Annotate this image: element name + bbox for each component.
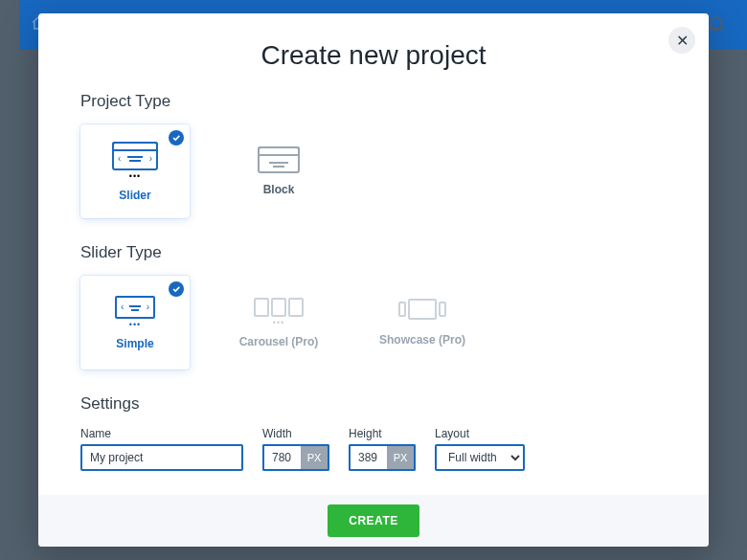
- notification-bell-icon[interactable]: [707, 13, 726, 36]
- height-input[interactable]: [349, 444, 387, 471]
- project-type-block[interactable]: Block: [224, 124, 333, 218]
- create-button[interactable]: CREATE: [328, 504, 419, 537]
- settings-row: Name Width PX Height PX Layout: [80, 427, 667, 471]
- width-unit[interactable]: PX: [301, 444, 329, 471]
- slider-type-heading: Slider Type: [80, 243, 667, 262]
- layout-select[interactable]: Full width: [435, 444, 525, 471]
- width-field: Width PX: [262, 427, 329, 471]
- width-input[interactable]: [262, 444, 301, 471]
- layout-label: Layout: [435, 427, 525, 440]
- block-icon: [258, 146, 300, 173]
- name-field: Name: [80, 427, 243, 471]
- settings-heading: Settings: [80, 394, 667, 414]
- selected-badge-icon: [169, 130, 184, 146]
- name-input[interactable]: [80, 444, 243, 471]
- card-label: Showcase (Pro): [379, 333, 465, 347]
- project-type-slider[interactable]: ‹› ••• Slider: [80, 124, 190, 218]
- project-type-cards: ‹› ••• Slider Block: [80, 124, 667, 218]
- carousel-icon: [254, 298, 304, 317]
- pagination-dots-icon: •••: [129, 173, 141, 179]
- slider-icon: ‹›: [112, 142, 158, 170]
- slider-type-showcase: Showcase (Pro): [368, 276, 477, 370]
- height-field: Height PX: [349, 427, 416, 471]
- slider-type-carousel: ••• Carousel (Pro): [224, 276, 333, 370]
- pagination-dots-icon: •••: [273, 320, 284, 325]
- width-label: Width: [262, 427, 329, 440]
- simple-slider-icon: ‹›: [115, 296, 155, 319]
- layout-field: Layout Full width: [435, 427, 525, 471]
- modal-body: Create new project Project Type ‹› ••• S…: [38, 13, 709, 495]
- name-label: Name: [80, 427, 243, 440]
- selected-badge-icon: [169, 281, 184, 297]
- slider-type-cards: ‹› ••• Simple ••• Carousel (Pro) Showcas…: [80, 276, 667, 370]
- pagination-dots-icon: •••: [129, 322, 141, 327]
- card-label: Block: [263, 183, 295, 196]
- modal-title: Create new project: [80, 40, 667, 71]
- card-label: Slider: [119, 189, 150, 202]
- project-type-heading: Project Type: [80, 92, 667, 111]
- modal-close-button[interactable]: ✕: [668, 27, 695, 54]
- create-project-modal: ✕ Create new project Project Type ‹› •••…: [38, 13, 709, 547]
- close-icon: ✕: [676, 32, 689, 50]
- card-label: Simple: [116, 337, 153, 350]
- modal-footer: CREATE: [38, 495, 709, 547]
- showcase-icon: [398, 299, 446, 320]
- height-label: Height: [349, 427, 416, 440]
- height-unit[interactable]: PX: [387, 444, 416, 471]
- slider-type-simple[interactable]: ‹› ••• Simple: [80, 276, 190, 370]
- card-label: Carousel (Pro): [239, 335, 319, 348]
